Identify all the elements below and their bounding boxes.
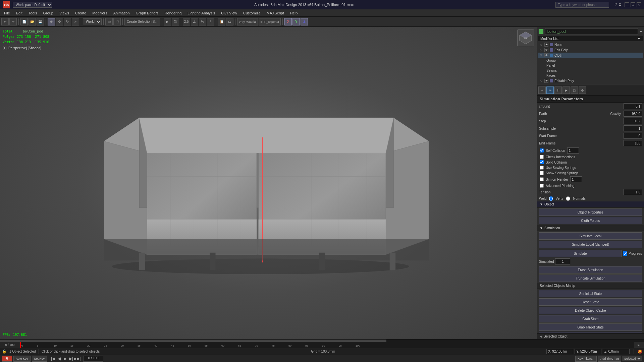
truncate-simulation-btn[interactable]: Truncate Simulation: [539, 275, 642, 282]
panel-icon-hierarchy[interactable]: H: [554, 86, 562, 94]
tb-x-axis[interactable]: X: [284, 18, 292, 25]
selected-dropdown[interactable]: Selected: [623, 356, 642, 361]
modifier-editable-poly[interactable]: ▷ 👁 Editable Poly: [538, 78, 643, 83]
menu-customize[interactable]: Customize: [240, 10, 263, 16]
tb-open[interactable]: 📂: [29, 18, 36, 25]
timeline-ruler[interactable]: 0 5 10 15 20 25 30 35 40 45 50 55 60 65 …: [20, 342, 634, 348]
z-coord[interactable]: Z: 0,0mm: [603, 349, 630, 354]
object-properties-btn[interactable]: Object Properties: [539, 208, 642, 216]
tension-input[interactable]: [624, 189, 642, 195]
panel-icon-utilities[interactable]: ⚙: [579, 86, 586, 94]
gravity-input[interactable]: [624, 111, 642, 117]
tb-bff-export[interactable]: BFF_Exporter: [259, 18, 281, 25]
menu-civil-view[interactable]: Civil View: [218, 10, 239, 16]
grab-state-btn[interactable]: Grab State: [539, 315, 642, 322]
transport-next-frame[interactable]: ▶|: [68, 356, 74, 361]
weld-normals-radio[interactable]: [566, 196, 570, 201]
menu-file[interactable]: File: [1, 10, 13, 16]
simulate-local-btn[interactable]: Simulate Local: [539, 232, 642, 240]
auto-key-btn[interactable]: Auto Key: [13, 356, 31, 362]
modifier-nose[interactable]: ▷ 👁 Nose: [538, 42, 643, 47]
tb-move[interactable]: ✛: [56, 18, 63, 25]
menu-modifiers[interactable]: Modifiers: [90, 10, 110, 16]
start-frame-input[interactable]: [624, 133, 642, 139]
tb-rotate[interactable]: ↻: [64, 18, 71, 25]
menu-rendering[interactable]: Rendering: [162, 10, 184, 16]
tb-redo[interactable]: ↪: [9, 18, 17, 25]
tb-undo[interactable]: ↩: [1, 18, 9, 25]
tb-percent-snap[interactable]: %: [199, 18, 206, 25]
tb-new[interactable]: 📄: [20, 18, 28, 25]
cm-unit-input[interactable]: [624, 103, 642, 109]
close-button[interactable]: ✕: [637, 2, 641, 7]
tb-y-axis[interactable]: Y: [292, 18, 300, 25]
tb-save[interactable]: 💾: [37, 18, 44, 25]
tb-render[interactable]: ▶: [164, 18, 171, 25]
sim-on-render-val[interactable]: [570, 176, 582, 182]
search-input[interactable]: [555, 2, 609, 8]
viewport[interactable]: Total bolton_pod Polys: 273 150 271 808 …: [0, 27, 537, 339]
tb-render-production[interactable]: 🎬: [172, 18, 179, 25]
lock-icon[interactable]: 🔒: [2, 349, 7, 354]
tb-spinner-snap[interactable]: ⋮: [207, 18, 214, 25]
panel-icon-motion[interactable]: ▶: [562, 86, 570, 94]
tb-layer-mgr[interactable]: 🗂: [226, 18, 233, 25]
key-filters-btn[interactable]: Key Filters...: [575, 356, 597, 362]
tb-select-region[interactable]: ▭: [105, 18, 113, 25]
vis-icon-editable-poly[interactable]: 👁: [544, 79, 548, 83]
solid-collision-checkbox[interactable]: [540, 160, 544, 164]
menu-animation[interactable]: Animation: [111, 10, 132, 16]
grab-target-state-btn[interactable]: Grab Target State: [539, 323, 642, 331]
tb-select[interactable]: ⊕: [48, 18, 55, 25]
vis-icon-cloth[interactable]: 👁: [544, 53, 548, 57]
y-coord[interactable]: Y: 5265,843m: [575, 349, 601, 354]
menu-lighting-analysis[interactable]: Lighting Analysis: [185, 10, 218, 16]
panel-icon-display[interactable]: ◻: [571, 86, 578, 94]
sim-on-render-checkbox[interactable]: [540, 177, 544, 181]
progress-checkbox[interactable]: [623, 251, 627, 256]
settings-icon[interactable]: ⚙: [618, 2, 622, 7]
x-coord[interactable]: X: 927,06 Im: [546, 349, 573, 354]
erase-simulation-btn[interactable]: Erase Simulation: [539, 266, 642, 274]
current-time-display[interactable]: 0 / 100: [83, 356, 103, 362]
check-intersections-checkbox[interactable]: [540, 155, 544, 159]
object-name-field[interactable]: [545, 28, 638, 35]
tb-edit-named[interactable]: 📋: [218, 18, 225, 25]
tb-z-axis[interactable]: Z: [301, 18, 308, 25]
subsample-input[interactable]: [624, 125, 642, 131]
menu-edit[interactable]: Edit: [13, 10, 25, 16]
tb-vray-mat[interactable]: Vray Material: [237, 18, 258, 25]
simulate-local-damped-btn[interactable]: Simulate Local (damped): [539, 241, 642, 248]
panel-icon-modify[interactable]: ✏: [546, 86, 554, 94]
set-initial-state-btn[interactable]: Set Initial State: [539, 290, 642, 297]
tb-scale[interactable]: ⤢: [72, 18, 79, 25]
simulated-input[interactable]: [555, 258, 570, 264]
selected-object-bar[interactable]: ◀ Selected Object: [537, 333, 644, 339]
workspace-dropdown[interactable]: Workspace: Default: [13, 2, 52, 8]
selected-objects-manip-header[interactable]: Selected Objects Manip: [537, 283, 644, 289]
transport-prev-frame[interactable]: ◀: [56, 356, 62, 361]
use-sewing-springs-checkbox[interactable]: [540, 166, 544, 170]
viewport-h-scrollbar[interactable]: [0, 339, 644, 342]
step-input[interactable]: [624, 118, 642, 124]
modifier-cloth-seams[interactable]: Seams: [538, 68, 643, 73]
transport-goto-end[interactable]: ▶▶|: [74, 356, 80, 361]
menu-tools[interactable]: Tools: [26, 10, 40, 16]
modifier-options-icon[interactable]: ▼: [639, 30, 643, 34]
cloth-forces-btn[interactable]: Cloth Forces: [539, 217, 642, 224]
self-collision-val[interactable]: [567, 147, 579, 154]
transport-goto-start[interactable]: |◀: [50, 356, 56, 361]
viewport-label[interactable]: [+] [Perspective] [Shaded]: [3, 46, 41, 50]
menu-views[interactable]: Views: [57, 10, 72, 16]
object-color-box[interactable]: [538, 29, 544, 34]
modifier-cloth[interactable]: ▽ 👁 Cloth: [538, 53, 643, 58]
menu-create[interactable]: Create: [72, 10, 89, 16]
modifier-cloth-group[interactable]: Group: [538, 58, 643, 63]
reset-state-btn[interactable]: Reset State: [539, 298, 642, 306]
menu-help[interactable]: Help: [287, 10, 301, 16]
vis-icon-nose[interactable]: 👁: [544, 43, 548, 47]
object-section-header[interactable]: ▼ Object: [537, 201, 644, 207]
help-icon[interactable]: ?: [614, 2, 617, 7]
menu-maxscript[interactable]: MAXScript: [264, 10, 287, 16]
self-collision-checkbox[interactable]: [540, 148, 544, 153]
